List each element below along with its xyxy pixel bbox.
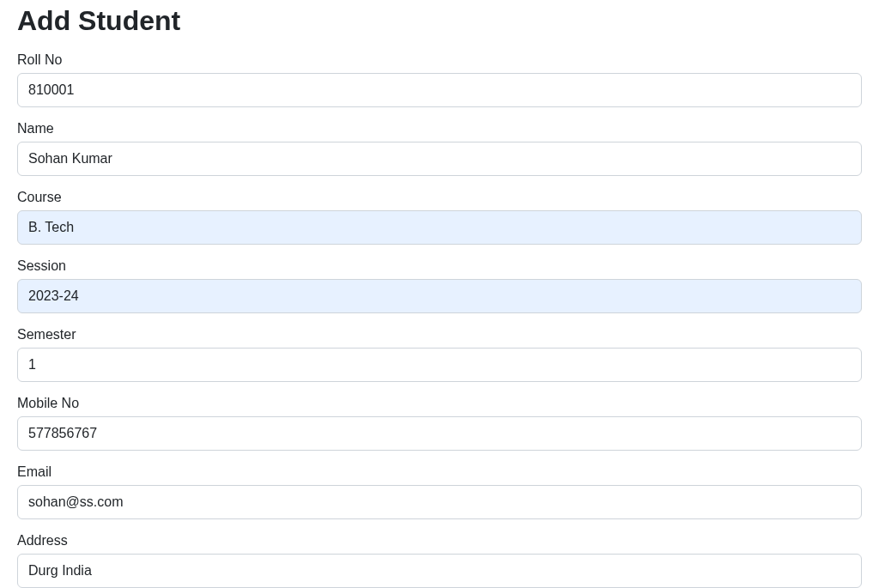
form-group-roll-no: Roll No [17, 52, 862, 107]
email-label: Email [17, 464, 862, 480]
form-group-name: Name [17, 121, 862, 176]
session-input[interactable] [17, 279, 862, 313]
mobile-no-label: Mobile No [17, 396, 862, 411]
form-group-course: Course [17, 190, 862, 245]
form-group-semester: Semester [17, 327, 862, 382]
email-input[interactable] [17, 485, 862, 519]
page-title: Add Student [17, 5, 862, 37]
add-student-form: Roll No Name Course Session Semester Mob… [17, 52, 862, 588]
semester-label: Semester [17, 327, 862, 342]
mobile-no-input[interactable] [17, 416, 862, 451]
roll-no-label: Roll No [17, 52, 862, 68]
roll-no-input[interactable] [17, 73, 862, 107]
name-input[interactable] [17, 142, 862, 176]
session-label: Session [17, 258, 862, 274]
course-label: Course [17, 190, 862, 205]
course-input[interactable] [17, 210, 862, 245]
form-group-address: Address [17, 533, 862, 588]
name-label: Name [17, 121, 862, 136]
semester-input[interactable] [17, 348, 862, 382]
form-group-session: Session [17, 258, 862, 313]
main-container: Add Student Roll No Name Course Session … [0, 0, 879, 588]
form-group-email: Email [17, 464, 862, 519]
form-group-mobile-no: Mobile No [17, 396, 862, 451]
address-input[interactable] [17, 554, 862, 588]
address-label: Address [17, 533, 862, 549]
